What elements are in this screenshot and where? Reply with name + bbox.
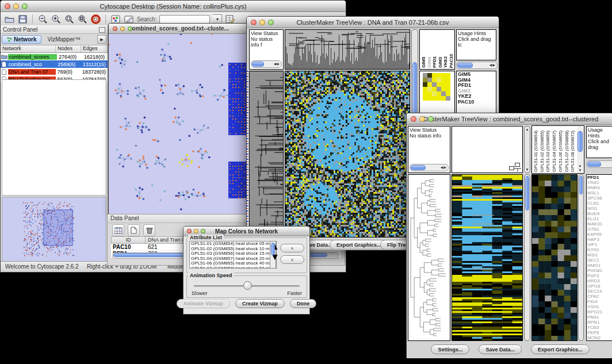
save-data-button[interactable]: Save Data... <box>479 344 522 354</box>
close-button[interactable] <box>411 116 416 122</box>
gene-label[interactable]: ELG1 <box>587 216 611 221</box>
open-file-icon[interactable] <box>4 14 14 24</box>
gene-label[interactable]: PHO81 <box>587 268 611 273</box>
scrollbar-thumb[interactable] <box>411 165 426 170</box>
row-dendrogram-canvas[interactable] <box>408 175 450 340</box>
zoom-window-button[interactable] <box>268 20 274 25</box>
zoom-window-button[interactable] <box>22 3 28 9</box>
tab-network[interactable]: Network <box>2 35 41 44</box>
minimize-button[interactable] <box>259 20 265 25</box>
gene-label[interactable]: RPN1 <box>587 320 611 325</box>
column-header-edges[interactable]: Edges <box>81 45 108 52</box>
float-panel-icon[interactable] <box>99 27 105 33</box>
close-button[interactable] <box>187 229 192 233</box>
gene-label[interactable]: SEC24 <box>587 289 611 294</box>
column-header-nodes[interactable]: Nodes <box>56 45 81 52</box>
zoom-window-button[interactable] <box>128 26 132 31</box>
network-list-row[interactable]: combined_sco2569(6)13112(15) <box>1 60 108 68</box>
speed-slider-thumb[interactable] <box>243 281 252 290</box>
export-graphics-button[interactable]: Export Graphics... <box>330 240 388 250</box>
scrollbar-thumb[interactable] <box>525 176 529 210</box>
zoom-heatmap-canvas[interactable] <box>532 175 577 340</box>
scrollbar-thumb[interactable] <box>577 131 583 152</box>
column-dendrogram-canvas[interactable] <box>452 127 522 173</box>
gene-label[interactable]: HMG1 <box>587 263 611 268</box>
zoom-vscrollbar[interactable] <box>578 174 584 341</box>
move-down-button[interactable]: ∨ <box>280 255 304 264</box>
gene-label[interactable]: YSH1 <box>587 304 611 309</box>
scroll-up-icon[interactable]: ▲ <box>525 128 530 131</box>
gene-label[interactable]: KAP95 <box>587 232 611 237</box>
network-list-row[interactable]: combined_scores2764(0)16218(0) <box>1 53 108 60</box>
gene-label[interactable]: RNR4 <box>587 185 611 190</box>
scrollbar-arrows-icon[interactable]: ◀▶ <box>274 62 280 66</box>
usage-hints-hscrollbar[interactable]: ◀▶ <box>456 62 498 69</box>
zoom-in-icon[interactable] <box>51 14 61 24</box>
gene-label[interactable]: NIS1 <box>587 206 611 211</box>
gene-label[interactable]: HAP3 <box>587 237 611 242</box>
main-titlebar[interactable]: Cytoscape Desktop (Session Name: collins… <box>1 1 346 12</box>
network-view-canvas[interactable] <box>109 34 248 214</box>
column-labels-vscrollbar[interactable]: ▲ ▼ <box>577 127 583 173</box>
gene-label[interactable]: BUD4 <box>587 211 611 216</box>
zoom-window-button[interactable] <box>428 116 434 122</box>
attribute-listbox[interactable]: GPL51-01 (GSM854) heat shock 05 minGPL51… <box>189 241 277 269</box>
gene-label[interactable]: MAK31 <box>587 221 611 227</box>
settings-button[interactable]: Settings... <box>431 344 469 354</box>
scroll-up-icon[interactable]: ▲ <box>577 164 583 167</box>
heatmap-canvas[interactable] <box>452 175 522 340</box>
scrollbar-arrows-icon[interactable]: ◀▶ <box>441 165 447 169</box>
treeview1-titlebar[interactable]: ClusterMaker TreeView : DNA and Tran 07-… <box>247 17 499 28</box>
gene-label[interactable]: NTR2 <box>587 247 611 252</box>
scroll-down-icon[interactable]: ▼ <box>577 168 583 172</box>
gene-label[interactable]: FIG4 <box>587 299 611 304</box>
scrollbar-thumb[interactable] <box>457 63 473 68</box>
close-button[interactable] <box>113 26 117 31</box>
tab-overflow-button[interactable]: ▶ <box>97 35 106 44</box>
scrollbar-thumb[interactable] <box>271 243 275 255</box>
scroll-down-icon[interactable]: ▼ <box>525 168 530 171</box>
column-dendrogram-canvas[interactable] <box>285 30 410 69</box>
column-header-id[interactable]: ID <box>112 237 146 243</box>
gene-label[interactable]: RPO21 <box>587 309 611 315</box>
gene-label[interactable]: PAN1 <box>587 315 611 320</box>
gene-label[interactable]: PUF3 <box>587 273 611 278</box>
select-attributes-icon[interactable] <box>112 224 124 236</box>
search-dropdown-button[interactable]: ▼ <box>213 14 222 24</box>
usage-hints-hscrollbar[interactable] <box>586 160 612 168</box>
gene-label[interactable]: MSL1 <box>587 190 611 196</box>
gene-label[interactable]: SPC98 <box>587 196 611 201</box>
zoom-fit-icon[interactable] <box>64 14 74 24</box>
zoom-selected-icon[interactable] <box>77 14 87 24</box>
move-up-button[interactable]: ∧ <box>280 244 304 252</box>
minimize-button[interactable] <box>194 229 198 233</box>
gene-label[interactable]: MON2 <box>587 335 611 340</box>
delete-attribute-icon[interactable] <box>143 224 155 236</box>
gene-label[interactable]: HRD3 <box>587 278 611 283</box>
close-button[interactable] <box>5 3 10 9</box>
zoom-window-button[interactable] <box>201 229 205 233</box>
attribute-list-item[interactable]: GPL51-07 (GSM868) heat shock 60 min <box>190 266 276 269</box>
view-status-hscrollbar[interactable]: ◀▶ <box>410 164 449 171</box>
tab-vizmapper[interactable]: VizMapper™ <box>43 36 85 43</box>
gene-label[interactable]: YRA1 <box>587 180 611 185</box>
heatmap-vscrollbar[interactable] <box>524 174 530 341</box>
attribute-list-vscrollbar[interactable]: ▲ ▼ <box>270 241 276 269</box>
export-graphics-button[interactable]: Export Graphics... <box>531 344 590 354</box>
summary-heatmap-grid[interactable] <box>423 73 450 101</box>
scrollbar-thumb[interactable] <box>579 176 583 194</box>
new-attribute-icon[interactable] <box>128 224 140 236</box>
gene-label[interactable]: MSI1 <box>587 252 611 258</box>
heatmap-canvas[interactable] <box>285 71 410 237</box>
gene-label[interactable]: GPI16 <box>587 283 611 289</box>
gene-label[interactable]: CPA2 <box>587 294 611 299</box>
network-list-row[interactable]: DNA and Tran 07769(0)183728(0) <box>1 68 108 75</box>
close-button[interactable] <box>251 20 257 25</box>
gene-label[interactable]: SEC1 <box>587 258 611 263</box>
search-input[interactable] <box>159 15 210 24</box>
scrollbar-thumb[interactable] <box>252 62 264 67</box>
column-header-network[interactable]: Network <box>1 45 56 52</box>
gene-label[interactable]: CLN1 <box>587 201 611 206</box>
help-lifering-icon[interactable] <box>90 14 101 24</box>
minimize-button[interactable] <box>13 3 19 9</box>
